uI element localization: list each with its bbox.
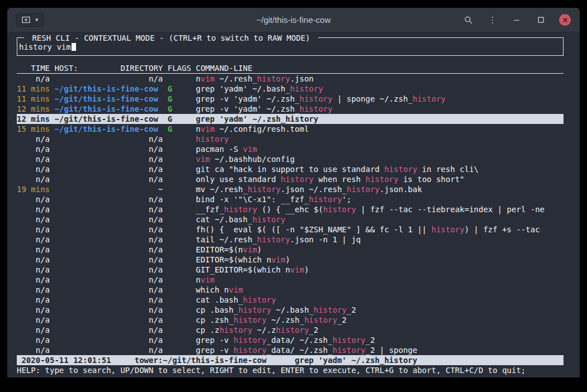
command-text: n	[196, 125, 200, 133]
history-row[interactable]: n/an/acp .zsh_history ~/.zsh_history_2	[17, 315, 564, 325]
history-row[interactable]: n/an/aEDITOR=$(which nvim)	[17, 255, 564, 265]
command-text: ~/.bashhub/config	[210, 155, 295, 164]
history-row[interactable]: 11 mins~/git/this-is-fine-cowGgrep -v 'y…	[17, 94, 564, 104]
row-host-directory: ~/git/this-is-fine-cow	[54, 104, 163, 114]
match-highlight: history	[243, 295, 276, 304]
command-text: in resh cli\	[417, 165, 479, 174]
match-highlight: history	[281, 175, 314, 184]
history-row[interactable]: n/an/a__fzf_history () { __ehc $(history…	[17, 204, 564, 214]
status-date: 2020-05-11 12:01:51	[21, 356, 111, 365]
history-row[interactable]: 12 mins~/git/this-is-fine-cowGgrep 'yadm…	[17, 114, 564, 124]
row-directory: n/a	[54, 325, 163, 335]
row-command: grep 'yadm' ~/.bash_history	[196, 84, 323, 93]
row-command: cp .zsh_history ~/.zsh_history_2	[196, 315, 347, 324]
command-text: )	[285, 255, 290, 264]
history-row[interactable]: n/an/acat ~/.bash_history	[17, 214, 564, 224]
status-host-directory: tower:~/git/this-is-fine-cow	[135, 356, 267, 365]
minimize-icon: −	[513, 15, 520, 25]
history-row[interactable]: n/an/awhich nvim	[17, 285, 564, 295]
command-text: _data/ ~/.zsh_	[267, 346, 333, 355]
row-directory: n/a	[54, 345, 163, 355]
close-button[interactable]	[559, 14, 571, 26]
menu-button[interactable]: ⋮	[487, 14, 498, 26]
row-time: n/a	[17, 235, 50, 245]
row-flags: G	[168, 124, 191, 134]
command-text: tail ~/.resh_	[196, 235, 257, 244]
command-text: _2 | sponge	[366, 346, 418, 355]
match-highlight: history	[234, 336, 267, 345]
history-row[interactable]: 19 mins~mv ~/.resh_history.json ~/.resh_…	[17, 184, 564, 194]
match-highlight: history	[234, 315, 267, 324]
maximize-button[interactable]	[535, 14, 546, 26]
history-row[interactable]: n/an/aGIT_EDITOR=$(which nvim)	[17, 265, 564, 275]
match-highlight: vim	[271, 255, 285, 264]
row-flags: G	[168, 84, 191, 94]
history-row[interactable]: n/an/agrep -v history_data/ ~/.zsh_histo…	[17, 335, 564, 345]
history-row[interactable]: n/an/afh() { eval $( ([ -n "$ZSH_NAME" ]…	[17, 224, 564, 235]
match-highlight: vim	[201, 74, 215, 83]
history-row[interactable]: n/an/acp .bash_history ~/.bash_history_2	[17, 305, 564, 315]
history-row[interactable]: n/an/atail ~/.resh_history.json -n 1 | j…	[17, 235, 564, 245]
history-row[interactable]: n/an/abind -x '"\C-x1": __fzf_history';	[17, 194, 564, 204]
row-command: mv ~/.resh_history.json ~/.resh_history.…	[196, 185, 422, 194]
match-highlight: history	[219, 326, 252, 334]
history-row[interactable]: n/an/acat .bash_history	[17, 295, 564, 305]
history-row[interactable]: n/an/anvim ~/.resh_history.json	[17, 74, 564, 84]
command-text: grep -v 'yadm' ~/.zsh_	[196, 94, 299, 103]
history-row[interactable]: n/an/apacman -S vim	[17, 144, 564, 154]
titlebar-left: ▾	[16, 13, 44, 27]
row-time: n/a	[17, 134, 50, 144]
match-highlight: vim	[229, 285, 243, 294]
row-host-directory: ~/git/this-is-fine-cow	[54, 124, 163, 134]
match-highlight: history	[333, 336, 366, 345]
row-time: n/a	[17, 325, 50, 335]
match-highlight: history	[224, 205, 257, 214]
row-command: cat ~/.bash_history	[196, 215, 285, 224]
row-time: n/a	[17, 335, 50, 345]
row-command: grep -v history_data/ ~/.zsh_history_2	[196, 336, 375, 345]
command-text: ~/.bash_	[271, 305, 314, 314]
minimize-button[interactable]: −	[511, 14, 522, 26]
command-text: ';	[342, 195, 352, 204]
command-text: only use standard	[196, 175, 281, 184]
row-directory: n/a	[54, 174, 163, 184]
history-row[interactable]: 12 mins~/git/this-is-fine-cowGgrep -v 'y…	[17, 104, 564, 114]
maximize-icon	[538, 17, 544, 23]
row-command: GIT_EDITOR=$(which nvim)	[196, 265, 309, 274]
match-highlight: history	[196, 135, 229, 144]
history-row[interactable]: n/an/anvim	[17, 275, 564, 285]
titlebar[interactable]: ▾ ~/git/this-is-fine-cow ⋮ −	[7, 8, 580, 32]
match-highlight: history	[234, 346, 267, 355]
header-host-directory: HOST:DIRECTORY	[54, 63, 163, 73]
match-highlight: history	[238, 305, 271, 314]
match-highlight: vim	[243, 245, 257, 254]
history-row[interactable]: n/an/avim ~/.bashhub/config	[17, 154, 564, 164]
row-directory: n/a	[54, 285, 163, 295]
history-row[interactable]: n/an/agit ca "hack in support to use sta…	[17, 164, 564, 174]
match-highlight: history	[290, 84, 323, 93]
history-row[interactable]: n/an/ahistory	[17, 134, 564, 144]
history-row[interactable]: 15 mins~/git/this-is-fine-cowGnvim ~/.co…	[17, 124, 564, 134]
row-time: 12 mins	[17, 104, 50, 114]
history-row[interactable]: 11 mins~/git/this-is-fine-cowGgrep 'yadm…	[17, 84, 564, 94]
row-command: EDITOR=$(nvim)	[196, 245, 262, 254]
new-tab-button[interactable]: ▾	[16, 13, 44, 27]
row-time: n/a	[17, 74, 50, 84]
row-directory: n/a	[54, 295, 163, 305]
search-button[interactable]	[463, 14, 474, 26]
row-command: nvim ~/.config/resh.toml	[196, 125, 309, 133]
history-row[interactable]: n/an/aEDITOR=$(nvim)	[17, 245, 564, 255]
row-command: nvim ~/.resh_history.json	[196, 74, 314, 83]
match-highlight: history	[252, 215, 285, 224]
status-command: grep 'yadm' ~/.zsh_history	[295, 356, 417, 365]
row-flags: G	[168, 94, 191, 104]
match-highlight: history	[248, 185, 281, 194]
command-text: .json.bak	[380, 185, 422, 194]
history-row[interactable]: n/an/aonly use standard history when res…	[17, 174, 564, 184]
row-command: vim ~/.bashhub/config	[196, 155, 295, 164]
history-row[interactable]: n/an/agrep -v history_data/ ~/.zsh_histo…	[17, 345, 564, 355]
text-cursor	[72, 42, 76, 51]
match-highlight: history	[276, 326, 309, 334]
history-row[interactable]: n/an/acp .zhistory ~/.zhistory_2	[17, 325, 564, 335]
row-time: n/a	[17, 275, 50, 285]
